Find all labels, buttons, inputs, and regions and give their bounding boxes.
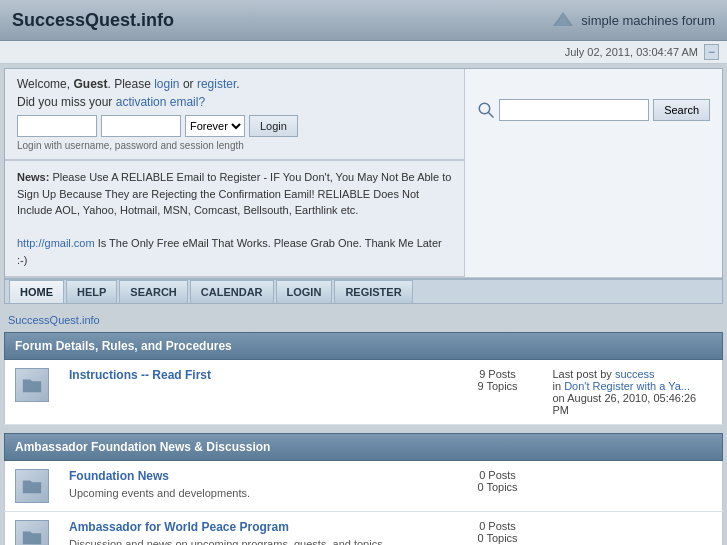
nav-tab-search[interactable]: SEARCH: [119, 280, 187, 303]
forum-name-link-2[interactable]: Ambassador for World Peace Program: [69, 520, 443, 534]
site-header: SuccessQuest.info simple machines forum: [0, 0, 727, 41]
lastpost-thread-0[interactable]: Don't Register with a Ya...: [564, 380, 690, 392]
forum-stats-1: 0 Posts 0 Topics: [453, 461, 543, 512]
forum-icon: [15, 368, 49, 402]
search-panel: Search: [465, 69, 722, 277]
activation-text: Did you miss your activation email?: [17, 95, 452, 109]
datetime-text: July 02, 2011, 03:04:47 AM: [565, 46, 698, 58]
nav-tab-home[interactable]: HOME: [9, 280, 64, 303]
search-button[interactable]: Search: [653, 99, 710, 121]
nav-tab-calendar[interactable]: CALENDAR: [190, 280, 274, 303]
search-icon: [477, 101, 495, 119]
forum-name-link-1[interactable]: Foundation News: [69, 469, 443, 483]
news-text: Please Use A RELIABLE Email to Register …: [17, 171, 451, 216]
minimize-icon[interactable]: −: [704, 44, 719, 60]
forum-lastpost-1: [543, 461, 723, 512]
forum-table-2: Foundation News Upcoming events and deve…: [4, 461, 723, 545]
forum-name-link-0[interactable]: Instructions -- Read First: [69, 368, 443, 382]
forum-folder-icon-1: [21, 475, 43, 497]
forum-desc-2: Discussion and news on upcoming programs…: [69, 538, 386, 545]
news-content: News: Please Use A RELIABLE Email to Reg…: [17, 169, 452, 268]
forum-info-cell: Ambassador for World Peace Program Discu…: [59, 512, 453, 546]
news-area: News: Please Use A RELIABLE Email to Reg…: [5, 160, 464, 277]
table-row: Ambassador for World Peace Program Discu…: [5, 512, 723, 546]
nav-tab-register[interactable]: REGISTER: [334, 280, 412, 303]
smf-label: simple machines forum: [581, 13, 715, 28]
or-text: or: [180, 77, 197, 91]
forum-stats-2: 0 Posts 0 Topics: [453, 512, 543, 546]
login-hint: Login with username, password and sessio…: [17, 140, 452, 151]
category-header-2: Ambassador Foundation News & Discussion: [4, 433, 723, 461]
smf-brand: simple machines forum: [551, 8, 715, 32]
forum-topics-1: 0 Topics: [477, 481, 517, 493]
table-row: Foundation News Upcoming events and deve…: [5, 461, 723, 512]
category-header-1: Forum Details, Rules, and Procedures: [4, 332, 723, 360]
smf-logo-icon: [551, 8, 575, 32]
breadcrumb: SuccessQuest.info: [0, 308, 727, 332]
forum-lastpost-2: [543, 512, 723, 546]
nav-tab-help[interactable]: HELP: [66, 280, 117, 303]
forum-info-cell: Instructions -- Read First: [59, 360, 453, 425]
welcome-text: Welcome, Guest. Please login or register…: [17, 77, 452, 91]
svg-point-2: [479, 103, 490, 114]
nav-tab-login[interactable]: LOGIN: [276, 280, 333, 303]
forum-stats-0: 9 Posts 9 Topics: [453, 360, 543, 425]
lastpost-time-0: on August 26, 2010, 05:46:26 PM: [553, 392, 697, 416]
forum-posts-0: 9 Posts: [479, 368, 516, 380]
forum-table-1: Instructions -- Read First 9 Posts 9 Top…: [4, 360, 723, 425]
svg-line-3: [488, 112, 493, 117]
forum-info-cell: Foundation News Upcoming events and deve…: [59, 461, 453, 512]
login-link[interactable]: login: [154, 77, 179, 91]
search-row: Search: [477, 99, 710, 121]
session-select[interactable]: Forever: [185, 115, 245, 137]
forum-icon-cell: [5, 461, 60, 512]
login-button[interactable]: Login: [249, 115, 298, 137]
forum-container: Forum Details, Rules, and Procedures Ins…: [4, 332, 723, 545]
forum-lastpost-0: Last post by success in Don't Register w…: [543, 360, 723, 425]
forum-topics-2: 0 Topics: [477, 532, 517, 544]
username-input[interactable]: [17, 115, 97, 137]
lastpost-user-0[interactable]: success: [615, 368, 655, 380]
site-title: SuccessQuest.info: [12, 10, 174, 31]
guest-label: Guest: [73, 77, 107, 91]
lastpost-label-0: Last post by: [553, 368, 615, 380]
main-wrapper: Welcome, Guest. Please login or register…: [4, 68, 723, 304]
table-row: Instructions -- Read First 9 Posts 9 Top…: [5, 360, 723, 425]
forum-icon-cell: [5, 512, 60, 546]
login-form: Forever Login: [17, 115, 452, 137]
register-link[interactable]: register: [197, 77, 236, 91]
login-area: Welcome, Guest. Please login or register…: [5, 69, 464, 160]
nav-bar: HOME HELP SEARCH CALENDAR LOGIN REGISTER: [5, 278, 722, 303]
lastpost-in: in: [553, 380, 565, 392]
datetime-bar: July 02, 2011, 03:04:47 AM −: [0, 41, 727, 64]
search-input[interactable]: [499, 99, 649, 121]
welcome-middle: . Please: [107, 77, 154, 91]
breadcrumb-home[interactable]: SuccessQuest.info: [8, 314, 100, 326]
welcome-prefix: Welcome,: [17, 77, 73, 91]
password-input[interactable]: [101, 115, 181, 137]
forum-icon: [15, 469, 49, 503]
forum-desc-1: Upcoming events and developments.: [69, 487, 250, 499]
forum-posts-2: 0 Posts: [479, 520, 516, 532]
forum-folder-icon: [21, 374, 43, 396]
forum-posts-1: 0 Posts: [479, 469, 516, 481]
forum-icon-cell: [5, 360, 60, 425]
forum-folder-icon-2: [21, 526, 43, 545]
forum-topics-0: 9 Topics: [477, 380, 517, 392]
news-label: News:: [17, 171, 49, 183]
forum-icon: [15, 520, 49, 545]
gmail-link[interactable]: http://gmail.com: [17, 237, 95, 249]
activation-link[interactable]: activation email?: [116, 95, 205, 109]
